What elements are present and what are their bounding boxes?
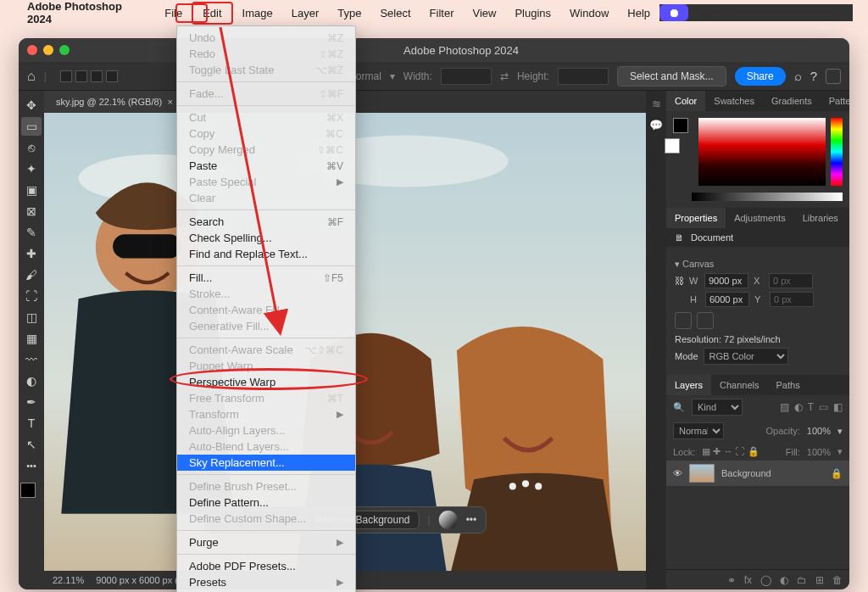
height-input[interactable]: [558, 68, 609, 85]
tab-patterns[interactable]: Patterns: [821, 91, 849, 111]
path-tool[interactable]: ↖: [21, 435, 42, 454]
tab-swatches[interactable]: Swatches: [705, 91, 763, 111]
home-icon[interactable]: ⌂: [27, 69, 36, 84]
link-layer-icon[interactable]: ⚭: [727, 574, 736, 586]
marquee-tool[interactable]: ▭: [21, 117, 42, 136]
menu-help[interactable]: Help: [618, 3, 659, 23]
adjustment-icon[interactable]: ◐: [780, 574, 788, 586]
tool-preset-icon-4[interactable]: [106, 70, 118, 82]
menuitem-paste[interactable]: Paste⌘V: [177, 158, 355, 174]
kind-filter[interactable]: Kind: [692, 399, 743, 416]
brush-tool[interactable]: 🖌: [21, 265, 42, 284]
blend-select[interactable]: Normal: [673, 422, 724, 439]
color-swatch[interactable]: [20, 483, 42, 505]
menu-select[interactable]: Select: [370, 3, 420, 23]
eyedropper-tool[interactable]: ✎: [21, 223, 42, 242]
menu-window[interactable]: Window: [560, 3, 618, 23]
dodge-tool[interactable]: ◐: [21, 371, 42, 390]
comment-icon[interactable]: 💬: [649, 119, 663, 131]
filter-adj-icon[interactable]: ◐: [794, 401, 803, 413]
menu-plugins[interactable]: Plugins: [505, 3, 560, 23]
menuitem-sky-replacement[interactable]: Sky Replacement...: [177, 455, 355, 471]
search-icon[interactable]: ⌕: [794, 69, 802, 83]
width-input[interactable]: [441, 68, 492, 85]
minimize-icon[interactable]: [43, 45, 53, 55]
menuitem-perspective-warp[interactable]: Perspective Warp: [177, 374, 355, 390]
orient-landscape-icon[interactable]: [697, 312, 714, 329]
layer-row-background[interactable]: 👁 Background 🔒: [666, 461, 849, 486]
screen-record-icon[interactable]: ⏺: [659, 4, 688, 21]
move-tool[interactable]: ✥: [21, 96, 42, 114]
adjustment-icon[interactable]: [439, 511, 458, 529]
mask-icon[interactable]: ◯: [760, 574, 771, 586]
menu-edit[interactable]: Edit: [192, 2, 232, 25]
group-icon[interactable]: 🗀: [797, 574, 807, 586]
height-field[interactable]: [705, 292, 749, 307]
mode-select[interactable]: RGB Color: [704, 348, 788, 365]
menuitem-purge[interactable]: Purge▶: [177, 534, 355, 550]
menu-layer[interactable]: Layer: [282, 3, 329, 23]
tool-preset-icon[interactable]: [60, 70, 72, 82]
alpha-slider[interactable]: [692, 193, 843, 201]
select-mask-button[interactable]: Select and Mask...: [617, 66, 726, 87]
menuitem-define-pattern[interactable]: Define Pattern...: [177, 494, 355, 511]
menu-file[interactable]: File: [155, 3, 192, 23]
filter-pixel-icon[interactable]: ▨: [780, 401, 789, 413]
canvas-section[interactable]: Canvas: [682, 259, 714, 269]
edit-dropdown[interactable]: Undo⌘ZRedo⇧⌘ZToggle Last State⌥⌘ZFade...…: [176, 25, 356, 592]
document-tab[interactable]: sky.jpg @ 22.1% (RGB/8) ×: [44, 91, 186, 113]
crop-tool[interactable]: ▣: [21, 181, 42, 199]
trash-icon[interactable]: 🗑: [832, 574, 843, 586]
tab-color[interactable]: Color: [666, 91, 705, 111]
menu-type[interactable]: Type: [328, 3, 370, 23]
menu-filter[interactable]: Filter: [420, 3, 464, 23]
menuitem-search[interactable]: Search⌘F: [177, 214, 355, 230]
type-tool[interactable]: T: [21, 414, 42, 433]
panel-collapse-icon[interactable]: ≋: [652, 98, 661, 110]
tab-properties[interactable]: Properties: [666, 208, 726, 228]
swap-icon[interactable]: ⇄: [500, 70, 509, 82]
tool-preset-icon-3[interactable]: [91, 70, 103, 82]
tab-libraries[interactable]: Libraries: [794, 208, 847, 228]
color-panel[interactable]: [666, 111, 849, 193]
y-field[interactable]: [770, 292, 814, 307]
blur-tool[interactable]: 〰: [21, 350, 42, 369]
new-layer-icon[interactable]: ⊞: [815, 574, 824, 586]
more-tool[interactable]: •••: [21, 456, 42, 475]
menuitem-fill[interactable]: Fill...⇧F5: [177, 270, 355, 286]
menuitem-check-spelling[interactable]: Check Spelling...: [177, 230, 355, 246]
tab-adjustments[interactable]: Adjustments: [726, 208, 794, 228]
orient-portrait-icon[interactable]: [675, 312, 692, 329]
fx-icon[interactable]: fx: [744, 574, 752, 586]
sync-icon[interactable]: ⟳: [723, 5, 734, 20]
menuitem-presets[interactable]: Presets▶: [177, 574, 355, 590]
visibility-icon[interactable]: 👁: [673, 468, 682, 478]
zoom-icon[interactable]: [59, 45, 70, 55]
width-field[interactable]: [704, 273, 748, 288]
more-icon[interactable]: •••: [466, 514, 477, 526]
menuitem-find-and-replace-text[interactable]: Find and Replace Text...: [177, 246, 355, 262]
frame-tool[interactable]: ⊠: [21, 202, 42, 221]
lock-icon[interactable]: 🔒: [831, 468, 843, 479]
tab-layers[interactable]: Layers: [666, 375, 711, 395]
share-button[interactable]: Share: [735, 67, 786, 86]
stamp-tool[interactable]: ⛶: [21, 287, 42, 305]
tab-channels[interactable]: Channels: [711, 375, 767, 395]
workspace-icon[interactable]: [826, 69, 841, 84]
eraser-tool[interactable]: ◫: [21, 308, 42, 327]
x-field[interactable]: [769, 273, 813, 288]
gradient-tool[interactable]: ▦: [21, 329, 42, 348]
cc-icon[interactable]: ◎: [700, 5, 711, 20]
help-icon[interactable]: ?: [810, 69, 817, 83]
tool-preset-icon-2[interactable]: [75, 70, 87, 82]
pen-tool[interactable]: ✒: [21, 393, 42, 411]
menu-view[interactable]: View: [463, 3, 505, 23]
tab-paths[interactable]: Paths: [768, 375, 809, 395]
close-icon[interactable]: [27, 45, 37, 55]
menu-image[interactable]: Image: [233, 3, 282, 23]
lasso-tool[interactable]: ⎋: [21, 138, 42, 157]
menuitem-adobe-pdf-presets[interactable]: Adobe PDF Presets...: [177, 558, 355, 574]
heal-tool[interactable]: ✚: [21, 244, 42, 263]
link-icon[interactable]: ⛓: [675, 276, 684, 286]
tab-gradients[interactable]: Gradients: [763, 91, 821, 111]
